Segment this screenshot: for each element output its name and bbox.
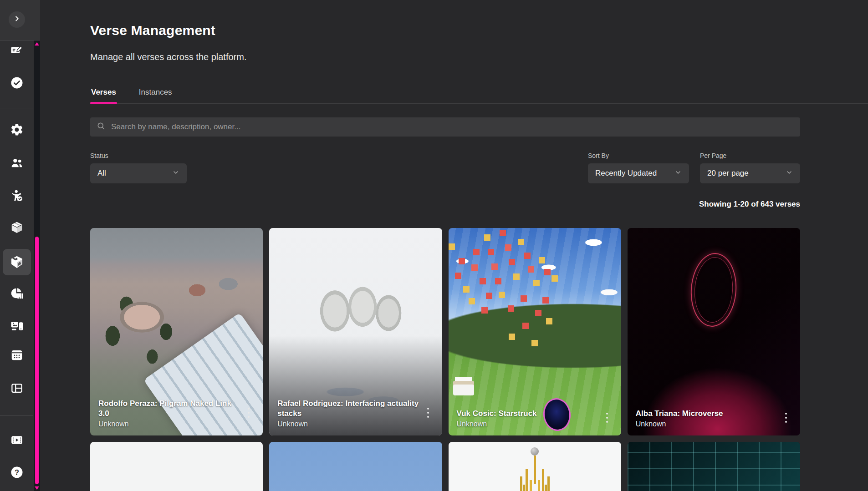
main-content: Verse Management Manage all verses acros… (40, 0, 868, 491)
card-menu-button[interactable] (601, 412, 613, 425)
page-subtitle: Manage all verses across the platform. (90, 52, 800, 62)
tab-instances-label: Instances (139, 88, 172, 96)
sidebar-scrollbar-thumb[interactable] (35, 237, 39, 484)
page-title: Verse Management (90, 23, 800, 38)
sidebar-expand-button[interactable] (9, 11, 25, 28)
sort-dropdown[interactable]: Recently Updated (588, 163, 689, 183)
results-summary: Showing 1-20 of 643 verses (90, 200, 800, 209)
active-tab-underline (90, 102, 117, 104)
chevron-right-icon (12, 14, 22, 25)
sidebar-divider (0, 108, 33, 108)
sidebar-item-media[interactable] (3, 427, 31, 453)
sidebar-item-users[interactable] (3, 150, 31, 176)
kebab-icon (247, 407, 250, 420)
check-circle-icon (10, 76, 24, 90)
sidebar-item-contact-card[interactable] (3, 37, 31, 63)
filters-row: Status All Sort By Recently Updated (90, 152, 800, 183)
settings-gear-icon (10, 123, 24, 137)
thumb-decoration (689, 252, 739, 329)
kebab-icon (785, 412, 787, 425)
verse-title: Vuk Cosic: Starstruck (457, 409, 601, 419)
card-menu-button[interactable] (422, 407, 434, 420)
sidebar-item-verses[interactable] (3, 249, 31, 275)
sidebar-item-approvals[interactable] (3, 70, 31, 96)
verse-card[interactable]: Alba Triana: Microverse Unknown (628, 228, 800, 435)
media-player-icon (10, 433, 24, 447)
verse-title: Rodolfo Peraza: Pilgram Naked Link 3.0 (98, 399, 243, 419)
card-info: Alba Triana: Microverse Unknown (628, 402, 800, 435)
verse-thumbnail (269, 442, 442, 491)
verse-card[interactable] (628, 442, 800, 491)
member-check-icon (10, 189, 24, 202)
sidebar-item-calendar[interactable] (3, 342, 31, 368)
status-filter: Status All (90, 152, 187, 183)
scroll-down-arrow-icon[interactable] (35, 486, 39, 490)
tab-instances[interactable]: Instances (138, 88, 173, 103)
card-text: Vuk Cosic: Starstruck Unknown (457, 409, 601, 428)
sidebar-item-packages[interactable] (3, 215, 31, 240)
verse-owner: Unknown (457, 420, 601, 428)
layout-panels-icon (10, 381, 24, 395)
verse-card[interactable]: Rodolfo Peraza: Pilgram Naked Link 3.0 U… (90, 228, 263, 435)
verse-thumbnail (449, 442, 621, 491)
package-box-icon (10, 221, 24, 234)
verse-thumbnail (90, 442, 263, 491)
svg-text:?: ? (15, 468, 19, 476)
card-info: Rodolfo Peraza: Pilgram Naked Link 3.0 U… (90, 392, 263, 435)
sidebar-item-settings[interactable] (3, 117, 31, 142)
sidebar-divider (0, 415, 33, 416)
per-page-filter: Per Page 20 per page (700, 152, 800, 183)
analytics-pie-icon (10, 287, 24, 300)
tab-bar: Verses Instances (90, 88, 868, 104)
verse-title: Alba Triana: Microverse (636, 409, 780, 419)
scroll-up-arrow-icon[interactable] (35, 42, 39, 46)
thumb-decoration (453, 381, 474, 395)
kebab-icon (427, 407, 429, 420)
card-info: Rafael Rodriguez: Interfacing actuality … (269, 392, 442, 435)
verse-title: Rafael Rodriguez: Interfacing actuality … (277, 399, 422, 419)
sidebar-item-help[interactable]: ? (3, 460, 31, 485)
verse-owner: Unknown (277, 420, 422, 428)
verses-cube-icon (10, 255, 24, 269)
per-page-label: Per Page (700, 152, 800, 159)
status-dropdown[interactable]: All (90, 163, 187, 183)
card-menu-button[interactable] (780, 412, 792, 425)
help-icon: ? (10, 466, 24, 479)
card-menu-button[interactable] (243, 407, 255, 420)
search-icon (97, 121, 106, 132)
chevron-down-icon (172, 169, 179, 178)
verse-card[interactable]: Rafael Rodriguez: Interfacing actuality … (269, 228, 442, 435)
calendar-icon (10, 348, 24, 362)
card-info: Vuk Cosic: Starstruck Unknown (449, 402, 621, 435)
users-icon (10, 156, 24, 170)
sidebar-item-layouts[interactable] (3, 375, 31, 401)
devices-icon (10, 319, 24, 333)
verse-card[interactable] (90, 442, 263, 491)
per-page-dropdown[interactable]: 20 per page (700, 163, 800, 183)
tab-verses-label: Verses (91, 88, 116, 96)
sidebar-scrollbar-track[interactable] (34, 40, 40, 491)
sidebar-item-devices[interactable] (3, 314, 31, 339)
verse-owner: Unknown (98, 420, 243, 428)
sidebar-header (0, 0, 40, 40)
search-bar (90, 117, 800, 137)
tab-verses[interactable]: Verses (90, 88, 117, 103)
sidebar-item-analytics[interactable] (3, 281, 31, 306)
card-text: Rafael Rodriguez: Interfacing actuality … (277, 399, 422, 428)
verse-card[interactable]: Vuk Cosic: Starstruck Unknown (449, 228, 621, 435)
search-input[interactable] (110, 122, 794, 132)
sidebar: ? (0, 0, 40, 491)
status-value: All (97, 169, 106, 178)
verse-card[interactable] (449, 442, 621, 491)
chevron-down-icon (786, 169, 793, 178)
verse-owner: Unknown (636, 420, 780, 428)
verse-card[interactable] (269, 442, 442, 491)
app-window: ? Verse Management Manage all verses acr… (0, 0, 868, 491)
sort-filter: Sort By Recently Updated (588, 152, 700, 183)
verse-card-grid: Rodolfo Peraza: Pilgram Naked Link 3.0 U… (90, 228, 800, 491)
verse-thumbnail (628, 442, 800, 491)
sidebar-item-members[interactable] (3, 183, 31, 208)
sort-value: Recently Updated (595, 169, 657, 178)
filters-right-group: Sort By Recently Updated Per Page 20 per… (588, 152, 800, 183)
card-text: Alba Triana: Microverse Unknown (636, 409, 780, 428)
